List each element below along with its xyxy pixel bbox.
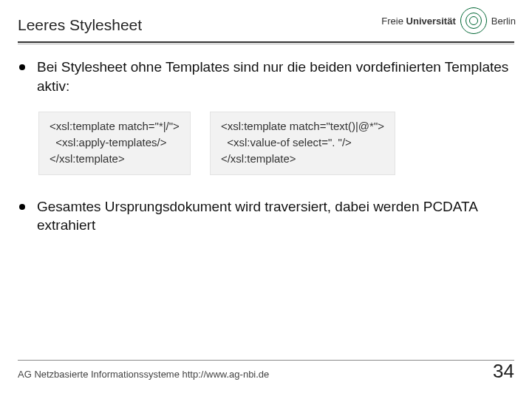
slide-footer: AG Netzbasierte Informationssysteme http… [18, 360, 514, 383]
slide-body: Bei Stylesheet ohne Templates sind nur d… [0, 44, 532, 235]
logo-text: Freie Universität [381, 16, 455, 27]
bullet-icon [19, 64, 25, 70]
seal-icon [460, 7, 487, 34]
bullet-item: Gesamtes Ursprungsdokument wird traversi… [19, 197, 513, 235]
university-logo: Freie Universität Berlin [381, 7, 516, 34]
logo-city: Berlin [491, 16, 516, 27]
page-number: 34 [493, 360, 514, 383]
code-box-right: <xsl:template match="text()|@*"> <xsl:va… [210, 112, 395, 174]
slide-header: Leeres Stylesheet Freie Universität Berl… [0, 0, 532, 38]
bullet-text: Bei Stylesheet ohne Templates sind nur d… [37, 58, 513, 95]
code-row: <xsl:template match="*|/"> <xsl:apply-te… [38, 112, 513, 174]
code-box-left: <xsl:template match="*|/"> <xsl:apply-te… [38, 112, 191, 174]
footer-text: AG Netzbasierte Informationssysteme http… [18, 369, 269, 380]
bullet-item: Bei Stylesheet ohne Templates sind nur d… [19, 58, 513, 95]
bullet-icon [19, 204, 25, 210]
bullet-text: Gesamtes Ursprungsdokument wird traversi… [37, 197, 513, 235]
